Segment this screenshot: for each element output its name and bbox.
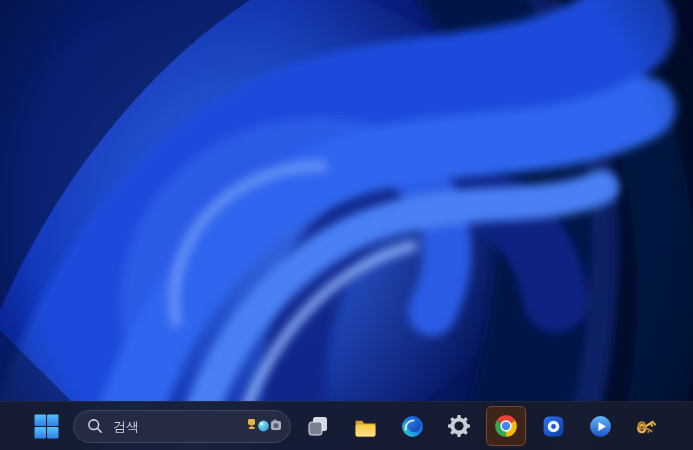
blue-app-icon: [541, 414, 566, 439]
blue-app-button[interactable]: [533, 406, 573, 446]
taskbar: 검색: [0, 401, 693, 450]
task-view-button[interactable]: [298, 406, 338, 446]
keys-icon: [634, 413, 660, 439]
search-placeholder-text: 검색: [113, 420, 139, 433]
edge-button[interactable]: [392, 406, 432, 446]
media-player-icon: [588, 414, 613, 439]
desktop-wallpaper: [0, 0, 693, 450]
settings-button[interactable]: [439, 406, 479, 446]
folder-icon: [353, 414, 378, 439]
start-button[interactable]: [26, 406, 66, 446]
task-view-icon: [306, 414, 330, 438]
media-player-button[interactable]: [580, 406, 620, 446]
gear-icon: [447, 414, 471, 438]
search-icon: [86, 417, 104, 435]
search-input[interactable]: 검색: [73, 410, 291, 443]
keys-button[interactable]: [627, 406, 667, 446]
taskbar-center-group: 검색: [0, 402, 693, 450]
edge-icon: [400, 414, 425, 439]
chrome-icon: [493, 413, 519, 439]
file-explorer-button[interactable]: [345, 406, 385, 446]
search-highlights-icon: [243, 414, 285, 438]
bloom-wallpaper-art: [0, 0, 693, 450]
windows-logo-icon: [34, 414, 59, 439]
chrome-button[interactable]: [486, 406, 526, 446]
